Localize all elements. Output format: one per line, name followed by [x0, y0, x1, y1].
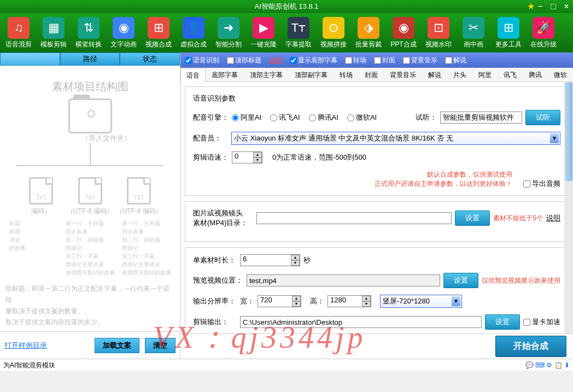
load-button[interactable]: 加载文案	[95, 338, 139, 353]
txt-file-icon: TXT	[78, 177, 102, 204]
set-preview-button[interactable]: 设置	[443, 273, 478, 288]
output-section: 单素材时长： 6 ▲▼ 秒 预览视频位置： 设置 仅供预览视频展示效果使用 输出…	[185, 247, 569, 334]
open-sample-link[interactable]: 打开样例目录	[4, 341, 47, 350]
set-dir-button[interactable]: 设置	[455, 210, 490, 226]
set-output-button[interactable]: 设置	[485, 314, 520, 330]
height-spinner[interactable]: 1280▲▼	[328, 295, 371, 307]
opt-解说[interactable]: 解说	[445, 56, 466, 65]
toolbar-文字动画[interactable]: ◉文字动画	[106, 15, 141, 50]
engine-讯飞AI[interactable]: 讯飞AI	[270, 113, 300, 122]
toolbar-视频拼接[interactable]: ⊙视频拼接	[316, 15, 351, 50]
try-button[interactable]: 试听	[525, 110, 560, 125]
actor-combo[interactable]: 小云 Xiaoyun 标准女声 通用场景 中文及中英文混合场景 8K/16K 否…	[231, 132, 560, 145]
opt-封面[interactable]: 封面	[374, 56, 395, 65]
subtab-讯飞[interactable]: 讯飞	[498, 68, 523, 81]
toolbar-语音混剪[interactable]: ♫语音混剪	[1, 15, 36, 50]
material-dir-section: 图片或视频镜头 素材(MP4)目录： 设置 素材不能低于5个 说明	[185, 201, 569, 242]
toolbar-视频水印[interactable]: ⊡视频水印	[421, 15, 456, 50]
subtab-解说[interactable]: 解说	[422, 68, 447, 81]
subtab-阿里[interactable]: 阿里	[472, 68, 498, 81]
material-dir-input[interactable]	[256, 212, 452, 224]
subtab-微软[interactable]: 微软	[548, 68, 573, 81]
close-button[interactable]: ×	[562, 2, 571, 11]
left-panel: 路径状态 素材项目结构图 （导入文件夹） TXT编码）TXT（UTF-8 编码）…	[0, 52, 180, 359]
toolbar-虚拟合成[interactable]: 👤虚拟合成	[176, 15, 211, 50]
toolbar-批量剪裁[interactable]: ⬗批量剪裁	[351, 15, 386, 50]
toolbar-PPT合成[interactable]: ◉PPT合成	[386, 15, 421, 50]
gpu-check[interactable]: 显卡加速	[523, 317, 560, 327]
toolbar-更多工具[interactable]: ⊞更多工具	[491, 15, 526, 50]
视频水印-icon: ⊡	[428, 17, 449, 39]
toolbar-画中画[interactable]: ✂画中画	[456, 15, 491, 50]
opt-语音识别[interactable]: 语音识别	[185, 56, 219, 65]
output-label: 剪辑输出：	[193, 317, 237, 327]
虚拟合成-icon: 👤	[183, 17, 204, 39]
subtab-封面[interactable]: 封面	[359, 68, 384, 81]
spin-up-icon[interactable]: ▲	[253, 152, 262, 157]
try-input[interactable]	[440, 112, 522, 124]
toolbar-一键克隆[interactable]: ▶一键克隆	[246, 15, 281, 50]
subtab-顶部副字幕[interactable]: 顶部副字幕	[289, 68, 334, 81]
warn1: 默认合成参数，仅供测试使用	[375, 170, 512, 179]
voice-section-title: 语音识别参数	[193, 93, 560, 103]
desc-link[interactable]: 说明	[546, 213, 560, 223]
opt-顶部标题[interactable]: 顶部标题	[227, 56, 261, 65]
toolbar-模板剪辑[interactable]: ▦模板剪辑	[36, 15, 71, 50]
subtab-背景音乐[interactable]: 背景音乐	[384, 68, 422, 81]
scrollbar[interactable]	[564, 82, 573, 334]
dir-label1: 图片或视频镜头	[193, 208, 253, 218]
export-audio-check[interactable]: 导出音频	[523, 179, 560, 189]
opt-显示底部字幕[interactable]: 显示底部字幕	[290, 56, 337, 65]
subtab-顶部主字幕[interactable]: 顶部主字幕	[244, 68, 289, 81]
content-area: 语音识别参数 配音引擎： 阿里AI讯飞AI腾讯AI微软AI 试听： 试听 配音员…	[180, 82, 573, 334]
engine-微软AI[interactable]: 微软AI	[347, 113, 377, 122]
output-path-input[interactable]	[240, 316, 482, 328]
diagram-area: 素材项目结构图 （导入文件夹） TXT编码）TXT（UTF-8 编码）TXT（U…	[0, 66, 180, 331]
left-tab-blank[interactable]	[0, 52, 60, 66]
spin-down-icon[interactable]: ▼	[253, 157, 262, 163]
width-label: 宽：	[240, 296, 254, 306]
一键克隆-icon: ▶	[253, 17, 274, 39]
width-spinner[interactable]: 720▲▼	[258, 295, 301, 307]
toolbar-字幕提取[interactable]: Tᴛ字幕提取	[281, 15, 316, 50]
视频拼接-icon: ⊙	[323, 17, 344, 39]
toolbar-在线升级[interactable]: 🚀在线升级	[526, 15, 561, 50]
opt-link-说明[interactable]: 说明	[269, 56, 282, 65]
maximize-button[interactable]: □	[549, 2, 558, 11]
subtab-腾讯[interactable]: 腾讯	[523, 68, 548, 81]
engine-阿里AI[interactable]: 阿里AI	[232, 113, 261, 122]
orientation-combo[interactable]: 竖屏-720*1280▼	[380, 295, 462, 308]
toolbar-横竖转换[interactable]: ⇅横竖转换	[71, 15, 106, 50]
engine-label: 配音引擎：	[193, 113, 229, 122]
opt-转场[interactable]: 转场	[345, 56, 366, 65]
toolbar-视频合成[interactable]: ⊞视频合成	[141, 15, 176, 50]
minimize-button[interactable]: −	[536, 2, 545, 11]
subtab-片头[interactable]: 片头	[447, 68, 472, 81]
warn2: 正式用户还请自主申请参数，以达到更好体验！	[375, 179, 512, 189]
txt-file-icon: TXT	[127, 177, 151, 204]
subtab-语音[interactable]: 语音	[180, 68, 206, 82]
clear-button[interactable]: 清空	[145, 338, 176, 353]
toolbar-智能分割[interactable]: ➜智能分割	[211, 15, 246, 50]
speed-spinner[interactable]: 0 ▲▼	[232, 151, 262, 163]
min-note: 素材不能低于5个	[493, 214, 543, 223]
scrollbar-thumb[interactable]	[565, 83, 572, 181]
single-dur-spinner[interactable]: 6 ▲▼	[240, 254, 300, 266]
left-tab-路径[interactable]: 路径	[60, 52, 120, 66]
left-tab-状态[interactable]: 状态	[120, 52, 180, 66]
sub-tabs: 语音底部字幕顶部主字幕顶部副字幕转场封面背景音乐解说片头阿里讯飞腾讯微软	[180, 68, 573, 82]
preview-label: 预览视频位置：	[193, 276, 243, 285]
star-icon[interactable]: ★	[527, 1, 535, 11]
opt-背景音乐[interactable]: 背景音乐	[403, 56, 437, 65]
start-compose-button[interactable]: 开始合成	[495, 336, 566, 357]
dir-label2: 素材(MP4)目录：	[193, 218, 253, 228]
subtab-转场[interactable]: 转场	[334, 68, 359, 81]
txt-file-icon: TXT	[29, 177, 53, 204]
status-text: 为AI智能混剪模块	[3, 359, 55, 371]
subtab-底部字幕[interactable]: 底部字幕	[206, 68, 244, 81]
diagram-title: 素材项目结构图	[5, 79, 174, 94]
titlebar: AI智能原创机 13.8.1 ★ − □ ×	[0, 0, 573, 13]
engine-腾讯AI[interactable]: 腾讯AI	[309, 113, 338, 122]
try-label: 试听：	[416, 113, 437, 122]
preview-input[interactable]	[247, 274, 440, 286]
